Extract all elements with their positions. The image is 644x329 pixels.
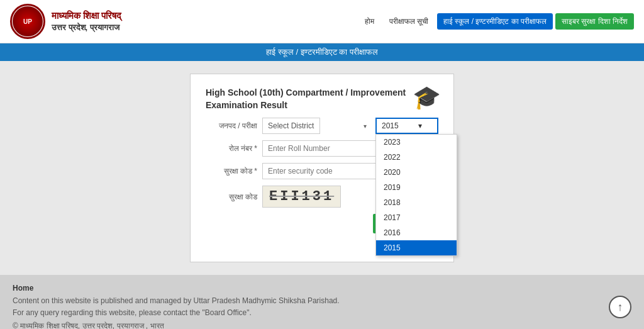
- logo-symbol: UP: [23, 18, 32, 25]
- footer-content1: Content on this website is published and…: [13, 295, 340, 307]
- year-option-2017[interactable]: 2017: [376, 210, 457, 225]
- captcha-image: EII131: [262, 186, 341, 208]
- nav-results[interactable]: परीक्षाफल सूची: [383, 13, 435, 30]
- year-chevron-icon: ▾: [418, 121, 422, 130]
- year-option-2019[interactable]: 2019: [376, 180, 457, 195]
- district-chevron-icon: ▾: [364, 123, 367, 130]
- form-title: High School (10th) Compartment / Improve…: [206, 87, 438, 111]
- district-label: जनपद / परीक्षा: [206, 121, 262, 130]
- logo-inner: UP: [13, 6, 43, 36]
- district-select[interactable]: Select District: [262, 118, 320, 134]
- form-card: 🎓 High School (10th) Compartment / Impro…: [190, 74, 454, 262]
- nav-home[interactable]: होम: [358, 13, 380, 30]
- year-option-2022[interactable]: 2022: [376, 150, 457, 165]
- logo-circle: UP: [10, 4, 45, 39]
- org-name: माध्यमिक शिक्षा परिषद् उत्तर प्रदेश, प्र…: [52, 9, 121, 33]
- header: UP माध्यमिक शिक्षा परिषद् उत्तर प्रदेश, …: [0, 0, 644, 43]
- footer-content2: For any query regarding this website, pl…: [13, 307, 340, 319]
- blue-banner: हाई स्कूल / इण्टरमीडिएट का परीक्षाफल: [0, 43, 644, 61]
- nav-cyber[interactable]: साइबर सुरक्षा दिशा निर्देश: [555, 13, 634, 30]
- nav-links: होम परीक्षाफल सूची हाई स्कूल / इण्टरमीडि…: [358, 13, 634, 30]
- main-area: 🎓 High School (10th) Compartment / Impro…: [0, 61, 644, 275]
- scroll-top-icon: ↑: [618, 301, 623, 314]
- year-dropdown-container: 2015 ▾ 2023 2022 2020 2019 2018 2017 201…: [375, 118, 438, 134]
- graduation-cap-icon: 🎓: [413, 84, 441, 111]
- scroll-top-button[interactable]: ↑: [609, 296, 631, 318]
- year-option-2015[interactable]: 2015: [376, 240, 457, 255]
- footer: Home Content on this website is publishe…: [0, 275, 644, 329]
- captcha-label: सुरक्षा कोड: [206, 192, 262, 201]
- nav-high-school[interactable]: हाई स्कूल / इण्टरमीडिएट का परीक्षाफल: [437, 13, 553, 30]
- footer-home-link[interactable]: Home: [13, 284, 340, 293]
- district-row: जनपद / परीक्षा Select District ▾ 2015 ▾ …: [206, 118, 438, 134]
- header-left: UP माध्यमिक शिक्षा परिषद् उत्तर प्रदेश, …: [10, 4, 121, 39]
- org-line2: उत्तर प्रदेश, प्रयागराज: [52, 22, 121, 33]
- org-name-hindi: माध्यमिक शिक्षा परिषद् उत्तर प्रदेश, प्र…: [52, 9, 121, 33]
- roll-label: रोल नंबर *: [206, 144, 262, 153]
- org-line1: माध्यमिक शिक्षा परिषद्: [52, 9, 121, 22]
- year-selected-display[interactable]: 2015 ▾: [375, 118, 438, 134]
- year-option-2023[interactable]: 2023: [376, 135, 457, 150]
- footer-left: Home Content on this website is publishe…: [13, 284, 340, 329]
- banner-text: हाई स्कूल / इण्टरमीडिएट का परीक्षाफल: [266, 47, 378, 57]
- security-label: सुरक्षा कोड *: [206, 167, 262, 176]
- year-dropdown-list: 2023 2022 2020 2019 2018 2017 2016 2015: [375, 134, 457, 256]
- year-option-2018[interactable]: 2018: [376, 195, 457, 210]
- district-select-wrapper: Select District ▾: [262, 118, 372, 134]
- year-option-2016[interactable]: 2016: [376, 225, 457, 240]
- year-option-2020[interactable]: 2020: [376, 165, 457, 180]
- footer-copyright: © माध्यमिक शिक्षा परिषद, उत्तर प्रदेश, प…: [13, 321, 340, 329]
- year-selected-value: 2015: [382, 121, 399, 130]
